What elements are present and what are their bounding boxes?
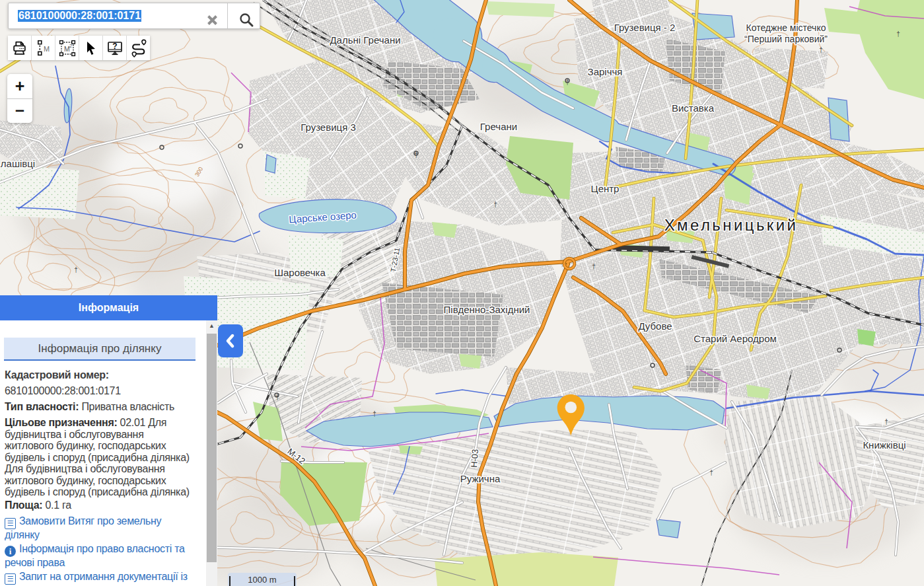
svg-text:Н-03: Н-03	[469, 449, 480, 468]
svg-text:†: †	[884, 418, 888, 425]
svg-text:Старий Аеродром: Старий Аеродром	[693, 333, 777, 344]
svg-text:Гречани: Гречани	[480, 121, 517, 132]
svg-text:Дальні Гречани: Дальні Гречани	[330, 34, 400, 46]
svg-text:Хмельницький: Хмельницький	[664, 216, 799, 234]
svg-text:Шаровечка: Шаровечка	[274, 267, 326, 278]
svg-text:“Перший парковий”: “Перший парковий”	[744, 34, 828, 44]
svg-text:Грузевиця - 2: Грузевиця - 2	[614, 22, 676, 33]
svg-text:2: 2	[69, 42, 72, 48]
svg-text:Котеджне містечко: Котеджне містечко	[746, 22, 826, 33]
svg-text:Виставка: Виставка	[672, 102, 715, 114]
svg-text:Книжківці: Книжківці	[863, 439, 906, 451]
svg-text:Центр: Центр	[591, 183, 620, 194]
svg-text:Дубове: Дубове	[638, 320, 672, 332]
svg-text:Південно-Західний: Південно-Західний	[444, 304, 530, 315]
svg-text:†: †	[373, 410, 376, 418]
svg-text:Заріччя: Заріччя	[588, 66, 623, 77]
svg-text:M: M	[44, 45, 50, 53]
svg-text:†: †	[74, 266, 78, 274]
svg-text:†: †	[592, 263, 596, 270]
svg-text:Ружична: Ружична	[460, 473, 501, 484]
svg-text:лашівці: лашівці	[1, 158, 35, 169]
svg-text:†: †	[819, 46, 823, 54]
svg-text:†: †	[493, 201, 497, 208]
svg-text:?: ?	[112, 41, 117, 50]
svg-text:Грузевиця 3: Грузевиця 3	[301, 122, 356, 133]
svg-text:†: †	[709, 469, 713, 476]
svg-text:†: †	[896, 30, 900, 38]
